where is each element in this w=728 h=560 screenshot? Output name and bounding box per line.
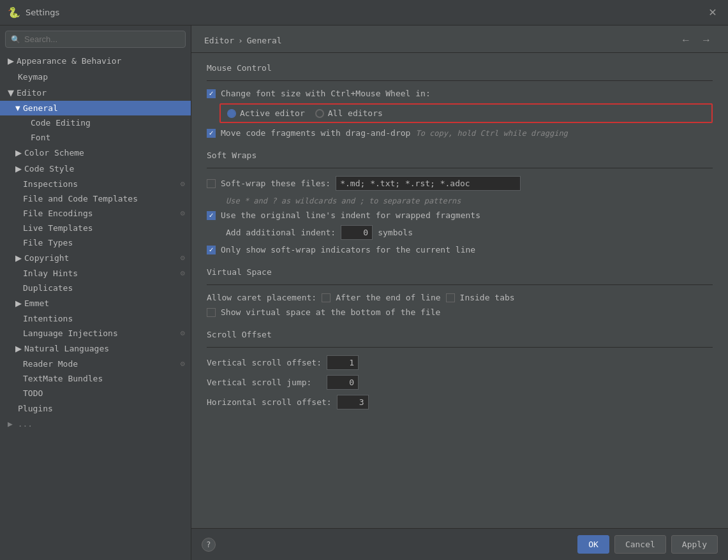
vertical-jump-input[interactable]: [327, 375, 359, 390]
sidebar-item-label: Emmet: [24, 298, 49, 308]
sidebar-item-label: ▶ ...: [8, 419, 33, 429]
settings-header: Editor › General ← →: [191, 26, 728, 53]
sidebar-item-todo[interactable]: TODO: [0, 386, 191, 401]
soft-wrap-indicators-checkbox[interactable]: [207, 246, 216, 254]
sidebar-item-color-scheme[interactable]: ▶ Color Scheme: [0, 145, 191, 161]
radio-all-editors[interactable]: All editors: [315, 108, 383, 118]
sidebar-item-reader-mode[interactable]: Reader Mode ⚙: [0, 357, 191, 371]
show-virtual-label[interactable]: Show virtual space at the bottom of the …: [221, 307, 440, 317]
divider: [207, 347, 713, 348]
sidebar-item-inlay-hints[interactable]: Inlay Hints ⚙: [0, 266, 191, 281]
soft-wrap-indicators-label[interactable]: Only show soft-wrap indicators for the c…: [221, 245, 475, 254]
change-font-label[interactable]: Change font size with Ctrl+Mouse Wheel i…: [221, 89, 431, 98]
sidebar-item-natural-languages[interactable]: ▶ Natural Languages: [0, 341, 191, 357]
original-indent-checkbox[interactable]: [207, 211, 216, 220]
sidebar-item-emmet[interactable]: ▶ Emmet: [0, 295, 191, 311]
vertical-jump-row: Vertical scroll jump:: [207, 375, 713, 390]
sidebar-item-label: Natural Languages: [24, 344, 109, 353]
sidebar-item-language-injections[interactable]: Language Injections ⚙: [0, 326, 191, 341]
sidebar-item-file-code-templates[interactable]: File and Code Templates: [0, 191, 191, 206]
chevron-down-icon: ▼: [15, 105, 23, 112]
breadcrumb-current: General: [247, 36, 282, 45]
sidebar-item-appearance[interactable]: ▶ Appearance & Behavior: [0, 53, 191, 69]
move-code-hint: To copy, hold Ctrl while dragging: [415, 129, 567, 138]
horizontal-offset-label: Horizontal scroll offset:: [207, 397, 332, 407]
nav-back-button[interactable]: ←: [677, 33, 695, 47]
sidebar-item-label: Color Scheme: [24, 148, 84, 158]
radio-all-editors-input[interactable]: [315, 109, 324, 118]
symbols-label: symbols: [378, 228, 413, 237]
sidebar-item-label: Appearance & Behavior: [17, 56, 121, 66]
sidebar-item-file-encodings[interactable]: File Encodings ⚙: [0, 206, 191, 221]
cancel-button[interactable]: Cancel: [614, 535, 666, 554]
virtual-space-section: Virtual Space Allow caret placement: Aft…: [207, 267, 713, 317]
nav-forward-button[interactable]: →: [697, 33, 715, 47]
sidebar-item-code-editing[interactable]: Code Editing: [0, 115, 191, 130]
sidebar-item-plugins[interactable]: Plugins: [0, 401, 191, 416]
scroll-offset-section: Scroll Offset Vertical scroll offset: Ve…: [207, 330, 713, 409]
additional-indent-row: Add additional indent: symbols: [207, 225, 713, 240]
ok-button[interactable]: OK: [577, 535, 609, 554]
breadcrumb-parent: Editor: [204, 36, 234, 45]
chevron-right-icon: ▶: [15, 164, 22, 173]
titlebar: 🐍 Settings ✕: [0, 0, 728, 26]
scroll-offset-title: Scroll Offset: [207, 330, 713, 339]
horizontal-offset-input[interactable]: [337, 395, 369, 409]
breadcrumb-sep: ›: [238, 36, 243, 45]
wrap-files-label[interactable]: Soft-wrap these files:: [221, 179, 331, 188]
after-end-label[interactable]: After the end of line: [336, 293, 440, 302]
sidebar-item-copyright[interactable]: ▶ Copyright ⚙: [0, 250, 191, 266]
additional-indent-input[interactable]: [341, 225, 373, 240]
vertical-jump-label: Vertical scroll jump:: [207, 378, 322, 387]
vertical-offset-input[interactable]: [327, 355, 359, 370]
soft-wrap-indicators-row: Only show soft-wrap indicators for the c…: [207, 245, 713, 254]
inside-tabs-checkbox[interactable]: [446, 293, 455, 302]
apply-button[interactable]: Apply: [671, 535, 718, 554]
footer-right: OK Cancel Apply: [577, 535, 718, 554]
sidebar-item-duplicates[interactable]: Duplicates: [0, 281, 191, 295]
help-button[interactable]: ?: [202, 538, 216, 552]
sidebar-item-file-types[interactable]: File Types: [0, 235, 191, 250]
divider: [207, 168, 713, 168]
show-virtual-row: Show virtual space at the bottom of the …: [207, 307, 713, 317]
sidebar-item-textmate-bundles[interactable]: TextMate Bundles: [0, 371, 191, 386]
close-button[interactable]: ✕: [705, 5, 720, 20]
inside-tabs-label[interactable]: Inside tabs: [460, 293, 515, 302]
sidebar-item-more[interactable]: ▶ ...: [0, 416, 191, 431]
footer: ? OK Cancel Apply: [191, 528, 728, 560]
wrap-files-input[interactable]: [336, 176, 521, 191]
sidebar-item-inspections[interactable]: Inspections ⚙: [0, 177, 191, 191]
move-code-row: Move code fragments with drag-and-drop T…: [207, 128, 713, 138]
sidebar-item-code-style[interactable]: ▶ Code Style: [0, 161, 191, 177]
change-font-checkbox[interactable]: [207, 89, 216, 98]
settings-badge-icon: ⚙: [180, 254, 186, 262]
after-end-checkbox[interactable]: [322, 293, 331, 302]
sidebar-item-editor[interactable]: ▼ Editor: [0, 85, 191, 101]
chevron-right-icon: ▶: [15, 298, 22, 308]
move-code-label[interactable]: Move code fragments with drag-and-drop: [221, 128, 410, 138]
sidebar-item-general[interactable]: ▼ General: [0, 101, 191, 115]
show-virtual-checkbox[interactable]: [207, 308, 216, 317]
radio-group-editor: Active editor All editors: [219, 103, 713, 123]
search-input[interactable]: [24, 34, 180, 44]
wrap-files-checkbox[interactable]: [207, 179, 216, 188]
sidebar-item-label: Code Style: [24, 164, 74, 173]
settings-body: Mouse Control Change font size with Ctrl…: [191, 53, 728, 528]
search-box: 🔍: [5, 31, 186, 48]
move-code-checkbox[interactable]: [207, 129, 216, 138]
sidebar-item-live-templates[interactable]: Live Templates: [0, 221, 191, 235]
nav-buttons: ← →: [677, 33, 715, 47]
radio-active-editor-input[interactable]: [227, 109, 236, 118]
sidebar-item-font[interactable]: Font: [0, 130, 191, 145]
sidebar-item-intentions[interactable]: Intentions: [0, 311, 191, 326]
breadcrumb: Editor › General: [204, 36, 282, 45]
horizontal-offset-row: Horizontal scroll offset:: [207, 395, 713, 409]
original-indent-label[interactable]: Use the original line's indent for wrapp…: [221, 210, 480, 220]
settings-badge-icon: ⚙: [180, 270, 186, 277]
wrap-hint-row: Use * and ? as wildcards and ; to separa…: [207, 196, 713, 205]
sidebar-item-keymap[interactable]: Keymap: [0, 69, 191, 85]
settings-badge-icon: ⚙: [180, 330, 186, 337]
chevron-right-icon: ▶: [15, 148, 22, 158]
sidebar-item-label: Keymap: [18, 72, 48, 82]
radio-active-editor[interactable]: Active editor: [227, 108, 305, 118]
